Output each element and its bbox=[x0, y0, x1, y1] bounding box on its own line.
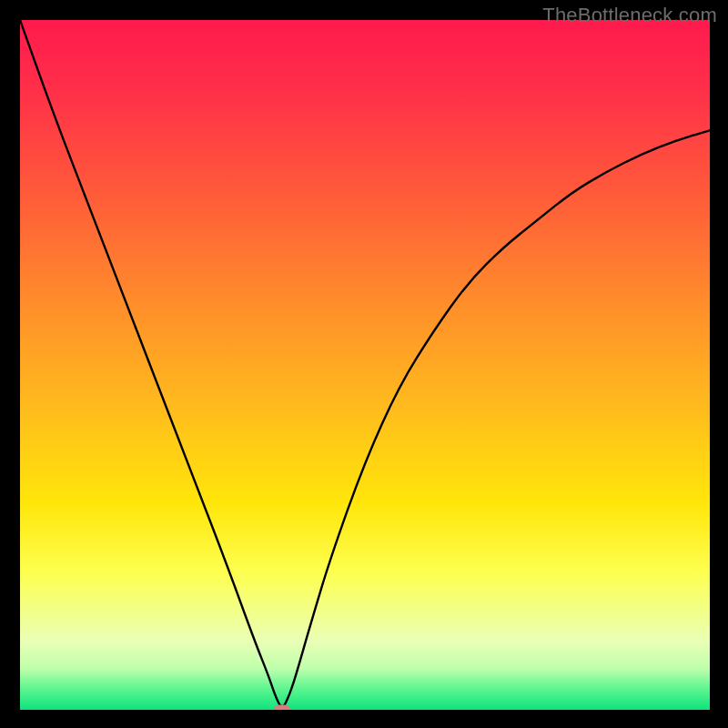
bottleneck-curve bbox=[20, 20, 710, 710]
watermark-text: TheBottleneck.com bbox=[542, 4, 717, 27]
curve-path bbox=[20, 20, 710, 706]
plot-frame bbox=[20, 20, 710, 710]
chart-stage: TheBottleneck.com bbox=[0, 0, 728, 728]
optimal-point-marker bbox=[274, 705, 290, 711]
